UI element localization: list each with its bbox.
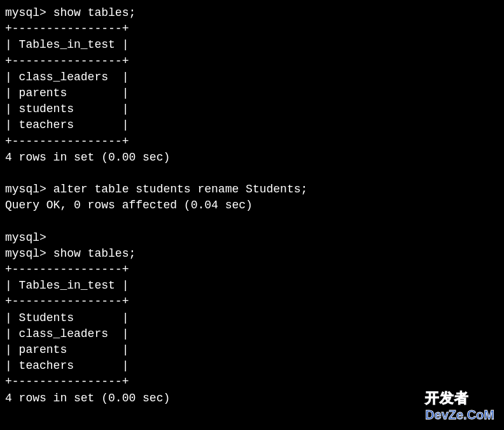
table-header: | Tables_in_test |	[5, 279, 129, 292]
prompt: mysql>	[5, 6, 46, 19]
prompt: mysql>	[5, 231, 46, 244]
command-show-tables-1: show tables;	[53, 6, 136, 19]
result-message: 4 rows in set (0.00 sec)	[5, 392, 170, 405]
table-header: | Tables_in_test |	[5, 38, 129, 51]
command-show-tables-2: show tables;	[53, 247, 136, 260]
table-row: | class_leaders |	[5, 327, 129, 340]
table-row: | parents |	[5, 343, 129, 356]
table-border: +----------------+	[5, 375, 129, 388]
watermark: 开发者 DevZe.CoM	[425, 389, 494, 424]
table-row: | parents |	[5, 87, 129, 99]
table-row: | Students |	[5, 312, 129, 324]
table-row: | teachers |	[5, 118, 129, 131]
terminal-output: mysql> show tables; +----------------+ |…	[5, 5, 499, 406]
result-message: Query OK, 0 rows affected (0.04 sec)	[5, 199, 253, 211]
table-row: | teachers |	[5, 359, 129, 372]
table-border: +----------------+	[5, 135, 129, 148]
table-border: +----------------+	[5, 263, 129, 276]
result-message: 4 rows in set (0.00 sec)	[5, 151, 170, 164]
command-alter-table: alter table students rename Students;	[53, 183, 308, 196]
prompt: mysql>	[5, 247, 46, 260]
table-border: +----------------+	[5, 295, 129, 308]
table-border: +----------------+	[5, 22, 129, 35]
prompt: mysql>	[5, 183, 46, 196]
table-row: | students |	[5, 103, 129, 115]
table-row: | class_leaders |	[5, 71, 129, 83]
watermark-bottom-text: DevZe.CoM	[425, 406, 494, 424]
table-border: +----------------+	[5, 55, 129, 68]
